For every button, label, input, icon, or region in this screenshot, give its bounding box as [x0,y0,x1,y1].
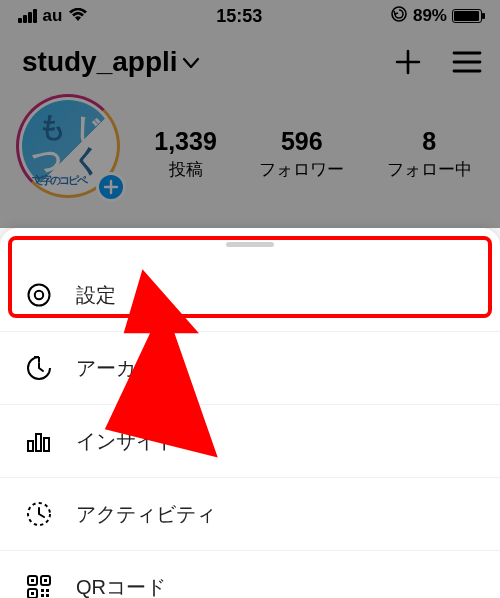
sheet-grabber[interactable] [226,242,274,247]
bottom-sheet: 設定 アーカイブ インサイト アクティビティ QRコード [0,228,500,598]
bar-chart-icon [24,427,54,455]
svg-rect-12 [31,592,34,595]
activity-icon [24,500,54,528]
svg-point-2 [35,291,43,299]
menu-item-activity[interactable]: アクティビティ [0,478,500,551]
archive-icon [24,354,54,382]
svg-rect-16 [46,594,49,597]
qrcode-icon [24,573,54,598]
svg-rect-8 [31,579,34,582]
menu-item-label: アーカイブ [76,355,176,382]
svg-rect-13 [41,589,44,592]
svg-rect-15 [41,594,44,597]
menu-item-archive[interactable]: アーカイブ [0,332,500,405]
svg-rect-10 [44,579,47,582]
menu-item-settings[interactable]: 設定 [0,259,500,332]
menu-item-label: アクティビティ [76,501,216,528]
gear-icon [24,281,54,309]
menu-item-label: 設定 [76,282,116,309]
svg-rect-14 [46,589,49,592]
svg-point-1 [29,285,50,306]
menu-item-label: QRコード [76,574,166,599]
menu-item-label: インサイト [76,428,176,455]
svg-rect-5 [44,438,49,451]
menu-item-qrcode[interactable]: QRコード [0,551,500,598]
svg-rect-4 [36,434,41,451]
modal-backdrop[interactable] [0,0,500,228]
menu-item-insights[interactable]: インサイト [0,405,500,478]
svg-rect-3 [28,441,33,451]
